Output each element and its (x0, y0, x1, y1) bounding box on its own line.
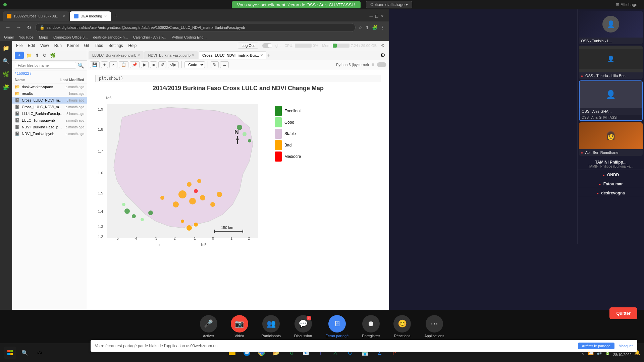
tab-dea-meeting[interactable]: DEA meeting × (70, 11, 111, 21)
bookmark-calendrier[interactable]: Calendrier - Anis F... (133, 35, 166, 39)
affichage-button[interactable]: ⊞ Affichage (616, 2, 637, 7)
star-icon[interactable]: ☆ (358, 25, 363, 30)
bookmark-connexion[interactable]: Connexion Office 3... (53, 35, 88, 39)
cut-btn[interactable]: ✂ (109, 61, 117, 68)
more-toolbar-btn[interactable]: ↻ (211, 61, 219, 68)
enregistrer-button[interactable]: ⏺ Enregistrer (362, 315, 380, 338)
menu-tabs[interactable]: Tabs (95, 43, 103, 48)
minimize-button[interactable]: ─ (369, 13, 373, 19)
nb-tab-ndvi[interactable]: NDVI_Burkina Faso.ipynb × (144, 51, 198, 59)
back-button[interactable]: ← (4, 24, 12, 31)
forward-button[interactable]: → (15, 24, 23, 31)
git-toolbar-button[interactable]: 🌿 (49, 52, 57, 59)
git-btn[interactable]: ☁ (220, 61, 229, 68)
participant-card-anis[interactable]: 👤 OSS : Anis GHA... OSS : Anis GHATTASSI (579, 80, 643, 121)
close-window-button[interactable]: × (381, 13, 384, 19)
cell-type-select[interactable]: Code (184, 61, 205, 68)
participants-button[interactable]: 👥 Participants (262, 315, 281, 338)
nb-tab-ndvi-close[interactable]: × (192, 53, 194, 58)
maximize-button[interactable]: □ (375, 13, 378, 19)
settings-gear[interactable]: ⚙ (380, 52, 388, 58)
bookmark-maps[interactable]: Maps (39, 35, 48, 39)
restart-btn[interactable]: ↺ (158, 61, 166, 68)
reactions-button[interactable]: 😊 Réactions (393, 315, 411, 338)
task-view-button[interactable]: 🗂 (34, 347, 46, 359)
activer-button[interactable]: 🎤 Activer (200, 315, 217, 338)
kernel-toggle[interactable] (377, 62, 386, 67)
tab-jupyter-close[interactable]: × (62, 13, 65, 19)
nb-tab-llulc-close[interactable]: × (138, 53, 140, 58)
share-icon[interactable]: ⬆ (365, 25, 369, 30)
add-tab-button[interactable]: + (267, 52, 270, 58)
nb-tab-cross[interactable]: Cross_LULC_NDVI_matrix-Bur... × (199, 51, 266, 59)
new-tab-button[interactable]: + (112, 13, 121, 20)
windows-button[interactable] (4, 347, 16, 359)
paste-btn[interactable]: 📌 (130, 61, 140, 68)
restart-run-btn[interactable]: ↺▶ (168, 61, 179, 68)
refresh-button[interactable]: ↻ (42, 52, 48, 59)
menu-icon[interactable]: ⋮ (380, 25, 385, 30)
menu-view[interactable]: View (40, 43, 49, 48)
menu-help[interactable]: Help (128, 43, 137, 48)
menu-edit[interactable]: Edit (28, 43, 35, 48)
display-options-button[interactable]: Options d'affichage ▾ (366, 1, 412, 8)
file-cross-burkina[interactable]: 📓 Cross_LULC_NDVI_matrix-Burk... 5 hours… (12, 97, 87, 104)
ecran-button[interactable]: 🖥 Écran partagé (325, 315, 348, 338)
filter-search-icon[interactable]: 🔍 (77, 62, 84, 69)
bookmark-deafrica[interactable]: deafrica-sandbox-n... (93, 35, 127, 39)
tab-jupyter[interactable]: 150922/Cross_LU (3) - Jupyterl... × (3, 11, 69, 21)
menu-file[interactable]: File (16, 43, 22, 48)
file-llulc[interactable]: 📓 LLULC_BurkinaFaso.ipynb 5 hours ago (12, 110, 87, 117)
file-dask-worker[interactable]: 📂 dask-worker-space a month ago (12, 83, 87, 90)
filter-input[interactable] (15, 62, 76, 69)
nb-tab-cross-close[interactable]: × (260, 53, 263, 58)
participant-fatou[interactable]: ● Fatou.mar (578, 179, 644, 188)
save-btn[interactable]: 💾 (90, 61, 100, 68)
extensions-icon[interactable]: 🧩 (372, 25, 378, 30)
add-cell-btn[interactable]: + (101, 61, 108, 68)
logout-button[interactable]: Log Out (238, 43, 258, 49)
file-results[interactable]: 📂 results hours ago (12, 90, 87, 97)
menu-git[interactable]: Git (84, 43, 89, 48)
participant-card-main[interactable]: 👤 OSS - Tunisia - L... (579, 11, 643, 44)
nb-tab-llulc[interactable]: LLULC_BurkinaFaso.ipynb × (89, 51, 144, 59)
extensions-sidebar-icon[interactable]: 🧩 (1, 83, 11, 92)
participant-ondd[interactable]: ● ONDD (578, 170, 644, 179)
menu-run[interactable]: Run (54, 43, 62, 48)
bookmark-python[interactable]: Python Coding Eng... (172, 35, 207, 39)
file-ndvi-burkina[interactable]: 📓 NDVI_Burkina Faso.ipynb a month ago (12, 124, 87, 130)
new-folder-button[interactable]: 📁 (25, 52, 33, 59)
discussion-button[interactable]: 💬 7 Discussion (294, 315, 312, 338)
file-lulc-tunisia[interactable]: 📓 LULC_Tunisia.ipynb a month ago (12, 117, 87, 124)
tab-dea-close[interactable]: × (104, 13, 107, 19)
dismiss-toast-button[interactable]: Masquer (619, 344, 633, 348)
address-bar[interactable]: 🔒 sandbox.digitalearth.africa/user/anis.… (35, 23, 356, 32)
participant-tamini[interactable]: TAMINI Philipp... TAMINI Philippe (Burki… (578, 157, 644, 170)
video-button[interactable]: 📷 Vidéo (231, 315, 248, 338)
copy-btn[interactable]: 📋 (119, 61, 128, 68)
search-icon[interactable]: 🔍 (1, 57, 11, 66)
participant-card-1[interactable]: 👤 ● OSS - Tunisia - Lilia Ben... (579, 46, 643, 79)
file-ndvi-tunisia[interactable]: 📓 NDVI_Tunisia.ipynb a month ago (12, 130, 87, 137)
stop-sharing-button[interactable]: Arrêter le partage (578, 343, 615, 349)
run-btn[interactable]: ▶ (141, 61, 149, 68)
quitter-button[interactable]: Quitter (609, 307, 637, 319)
settings-icon[interactable]: ⚙ (381, 43, 385, 48)
bookmark-gmail[interactable]: Gmail (4, 35, 14, 39)
participant-card-abir[interactable]: 👩 ● Abir Ben Romdhane (579, 122, 643, 156)
theme-toggle[interactable]: light (262, 43, 280, 48)
files-icon[interactable]: 📁 (1, 44, 11, 53)
participant-desire[interactable]: ● desirevogna (578, 188, 644, 197)
menu-settings[interactable]: Settings (108, 43, 123, 48)
interrupt-btn[interactable]: ■ (150, 61, 157, 68)
search-taskbar-button[interactable]: 🔍 (19, 347, 31, 359)
applications-button[interactable]: ⋯ Applications (424, 315, 444, 338)
notebook-icon-4: 📓 (15, 118, 20, 123)
file-cross-tunisia[interactable]: 📓 Cross_LULC_NDVI_matrix-Tuni... a month… (12, 104, 87, 110)
upload-button[interactable]: ⬆ (34, 52, 40, 59)
new-launcher-button[interactable]: + (15, 52, 24, 59)
menu-kernel[interactable]: Kernel (67, 43, 79, 48)
git-icon[interactable]: 🌿 (1, 70, 11, 79)
bookmark-youtube[interactable]: YouTube (19, 35, 34, 39)
reload-button[interactable]: ↻ (25, 24, 33, 32)
